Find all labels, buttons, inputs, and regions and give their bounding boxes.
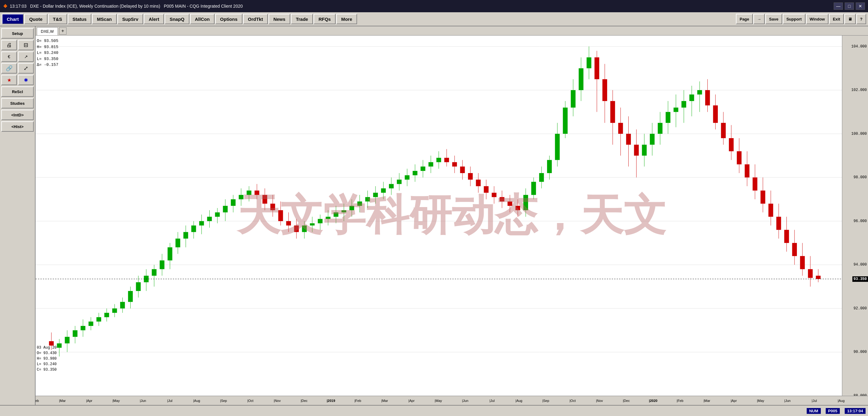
hist-button[interactable]: <Hist> (1, 121, 34, 132)
time-label: |Apr (731, 399, 737, 403)
chart-canvas-container[interactable]: O= 93.505 H= 93.815 L= 93.240 L= 93.350 … (36, 35, 868, 396)
euro-button[interactable]: € (1, 52, 17, 62)
price-level-label: 96.000 (854, 219, 867, 223)
tab-bar: DXE,W + (36, 26, 868, 35)
menu-ordtkt[interactable]: OrdTkt (243, 14, 268, 24)
arrow-button[interactable]: ↗ (18, 52, 34, 62)
time-label: |Jul (490, 399, 495, 403)
price-level-label: 100.000 (851, 132, 867, 136)
window-button[interactable]: Window (806, 14, 829, 24)
chart-area: DXE,W + O= 93.505 H= 93.815 L= 93.240 L=… (36, 26, 868, 405)
star-button[interactable]: ★ (1, 75, 17, 85)
maximize-button[interactable]: □ (845, 2, 854, 10)
rescl-button[interactable]: ReScl (1, 86, 34, 97)
sidebar-icon-row-4: ★ ✱ (1, 75, 34, 85)
time-label: |Jul (167, 399, 173, 403)
app-icon: ❖ (3, 3, 7, 9)
time-label: |Jun (784, 399, 791, 403)
sidebar: Setup 🖨 ⊟ € ↗ 🔗 ⤢ ★ ✱ ReScl Studies <Int… (0, 26, 36, 405)
intd-button[interactable]: <IntD> (1, 110, 34, 120)
menu-rfqs[interactable]: RFQs (314, 14, 336, 24)
time-label: |Oct (569, 399, 576, 403)
sidebar-icon-row-3: 🔗 ⤢ (1, 63, 34, 73)
properties-button[interactable]: ⊟ (18, 40, 34, 50)
right-toolbar: Page → Save Support Window Exit 🖥 ? (736, 14, 866, 24)
time-label: |May (757, 399, 765, 403)
link-button[interactable]: 🔗 (1, 63, 17, 73)
time-label: |Mar (381, 399, 388, 403)
menu-more[interactable]: More (336, 14, 357, 24)
num-badge: NUM (807, 408, 821, 414)
save-button[interactable]: Save (765, 14, 782, 24)
page-button[interactable]: Page (736, 14, 753, 24)
menu-alert[interactable]: Alert (144, 14, 164, 24)
price-level-label: 92.000 (854, 306, 867, 311)
menu-bar: Chart Quote T&S Status MScan SupSrv Aler… (0, 12, 868, 26)
price-level-label: 102.000 (851, 88, 867, 92)
price-level-label: 90.000 (854, 350, 867, 354)
exit-button[interactable]: Exit (829, 14, 844, 24)
candlestick-chart[interactable] (36, 35, 842, 396)
time-label: |Mar (59, 399, 66, 403)
time-axis: |Feb|Mar|Apr|May|Jun|Jul|Aug|Sep|Oct|Nov… (36, 396, 868, 405)
bottom-right: NUM P005 13:17:04 (807, 408, 866, 414)
title-text: 13:17:03 DXE - Dollar Index (ICE), Weekl… (10, 4, 834, 8)
main-content: Setup 🖨 ⊟ € ↗ 🔗 ⤢ ★ ✱ ReScl Studies <Int… (0, 26, 868, 405)
help-button[interactable]: ? (856, 14, 866, 24)
expand-button[interactable]: ⤢ (18, 63, 34, 73)
menu-snapq[interactable]: SnapQ (164, 14, 189, 24)
page-nav-button[interactable]: → (753, 14, 765, 24)
price-level-label: 98.000 (854, 175, 867, 180)
time-label: |Aug (838, 399, 844, 403)
time-label: |Mar (704, 399, 710, 403)
time-label: |2020 (649, 399, 657, 403)
menu-allcon[interactable]: AllCon (190, 14, 215, 24)
support-button[interactable]: Support (783, 14, 805, 24)
minimize-button[interactable]: — (834, 2, 843, 10)
window-controls: — □ ✕ (834, 2, 865, 10)
price-level-label: 94.000 (854, 262, 867, 267)
time-label: |Feb (354, 399, 361, 403)
studies-button[interactable]: Studies (1, 98, 34, 108)
chart-tab-dxew[interactable]: DXE,W (37, 27, 58, 35)
bottom-ohlc: 03 Aug 20 O= 93.430 H= 93.980 L= 93.240 … (37, 345, 57, 373)
menu-chart[interactable]: Chart (2, 14, 24, 24)
time-label: |May (113, 399, 120, 403)
sidebar-icon-row-2: € ↗ (1, 52, 34, 62)
time-label: |Aug (193, 399, 200, 403)
time-label: |Apr (86, 399, 92, 403)
menu-options[interactable]: Options (215, 14, 242, 24)
menu-mscan[interactable]: MScan (92, 14, 117, 24)
time-label: |Jul (812, 399, 817, 403)
menu-status[interactable]: Status (68, 14, 92, 24)
sidebar-icon-row-1: 🖨 ⊟ (1, 40, 34, 50)
add-tab-button[interactable]: + (59, 27, 66, 35)
asterisk-button[interactable]: ✱ (18, 75, 34, 85)
time-label: |Aug (516, 399, 522, 403)
time-label: |May (435, 399, 442, 403)
status-bar: NUM P005 13:17:04 (0, 405, 868, 416)
time-label: |Jun (140, 399, 146, 403)
monitor-button[interactable]: 🖥 (844, 14, 856, 24)
menu-quote[interactable]: Quote (24, 14, 47, 24)
close-button[interactable]: ✕ (856, 2, 865, 10)
time-label: |Sep (220, 399, 227, 403)
time-badge: 13:17:04 (845, 408, 866, 414)
print-button[interactable]: 🖨 (1, 40, 17, 50)
time-label: |Apr (409, 399, 415, 403)
price-scale: 88.00090.00092.00094.00096.00098.000100.… (842, 35, 868, 396)
time-label: |Dec (623, 399, 629, 403)
current-price-badge: 93.350 (852, 276, 868, 282)
setup-button[interactable]: Setup (1, 28, 34, 39)
price-level-label: 88.000 (854, 394, 867, 396)
time-label: |2019 (327, 399, 335, 403)
time-label: |Sep (542, 399, 549, 403)
menu-ts[interactable]: T&S (48, 14, 67, 24)
menu-supsrv[interactable]: SupSrv (117, 14, 144, 24)
price-level-label: 104.000 (851, 44, 867, 49)
title-bar: ❖ 13:17:03 DXE - Dollar Index (ICE), Wee… (0, 0, 868, 12)
price-info: O= 93.505 H= 93.815 L= 93.240 L= 93.350 … (37, 38, 58, 68)
menu-trade[interactable]: Trade (291, 14, 313, 24)
menu-news[interactable]: News (269, 14, 290, 24)
time-label: |Feb (36, 399, 39, 403)
